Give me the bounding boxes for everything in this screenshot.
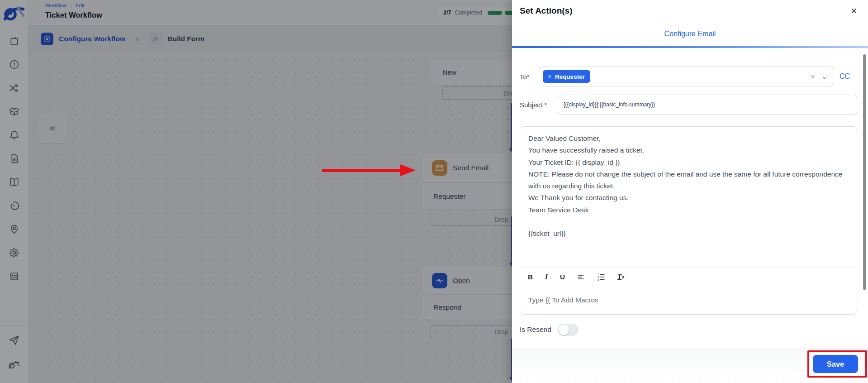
set-actions-panel: Set Action(s) ✕ Configure Email To* x Re…	[512, 0, 868, 383]
subject-field-row: Subject *	[520, 95, 857, 115]
chip-label: Requester	[555, 73, 585, 80]
modal-dim-overlay	[0, 0, 512, 383]
email-body-editor: Dear Valued Customer, You have successfu…	[520, 126, 857, 315]
body-line: Dear Valued Customer,	[528, 133, 849, 144]
to-select[interactable]: x Requester ✕ ⌄	[539, 67, 833, 86]
body-line: NOTE: Please do not change the subject o…	[528, 168, 849, 192]
toggle-knob	[559, 325, 569, 335]
annotation-arrow-head	[400, 164, 416, 176]
clear-formatting-t: T	[617, 273, 621, 281]
panel-scrollbar[interactable]	[863, 54, 866, 290]
ordered-list-icon[interactable]: 1 2 3	[597, 273, 605, 281]
clear-formatting-button[interactable]: Tx	[617, 273, 625, 281]
panel-title: Set Action(s)	[520, 6, 572, 16]
bold-button[interactable]: B	[528, 273, 533, 281]
macro-input-area	[520, 286, 857, 314]
subject-input[interactable]	[557, 95, 857, 115]
to-label: To*	[520, 73, 539, 81]
select-clear-icon[interactable]: ✕	[810, 73, 815, 80]
chip-remove-icon[interactable]: x	[548, 73, 551, 80]
italic-button[interactable]: I	[545, 273, 548, 281]
chevron-down-icon[interactable]: ⌄	[821, 74, 827, 79]
cc-link[interactable]: CC	[840, 72, 850, 81]
formatting-toolbar: B I U 1 2 3 Tx	[520, 268, 857, 286]
body-line: {{ticket_url}}	[528, 228, 849, 239]
save-button[interactable]: Save	[813, 355, 858, 373]
body-line: Team Service Desk	[528, 204, 849, 216]
is-resend-toggle[interactable]	[558, 324, 579, 336]
close-icon[interactable]: ✕	[851, 6, 857, 16]
panel-header: Set Action(s) ✕	[512, 0, 868, 22]
recipient-chip[interactable]: x Requester	[543, 70, 590, 83]
svg-text:3: 3	[598, 278, 599, 281]
annotation-arrow-shaft	[322, 169, 402, 172]
body-line: You have successfully raised a ticket.	[528, 144, 849, 156]
tab-configure-email[interactable]: Configure Email	[512, 30, 868, 38]
is-resend-row: Is Resend	[520, 322, 579, 337]
body-line: Your Ticket ID: {{ display_id }}	[528, 157, 849, 168]
body-line	[528, 216, 849, 228]
subject-label: Subject *	[520, 101, 557, 109]
macro-input[interactable]	[528, 296, 849, 304]
panel-tabbar: Configure Email	[512, 22, 868, 48]
align-left-icon[interactable]	[577, 273, 585, 281]
clear-formatting-x: x	[622, 274, 625, 279]
underline-button[interactable]: U	[560, 273, 565, 281]
is-resend-label: Is Resend	[520, 326, 551, 334]
body-line: We Thank you for contacting us.	[528, 192, 849, 204]
screen: Workflow › Edit Ticket Workflow 2/7 Comp…	[0, 0, 868, 383]
email-body-text[interactable]: Dear Valued Customer, You have successfu…	[520, 127, 857, 268]
active-tab-underline	[512, 46, 868, 48]
to-field-row: To* x Requester ✕ ⌄ CC	[520, 67, 850, 86]
